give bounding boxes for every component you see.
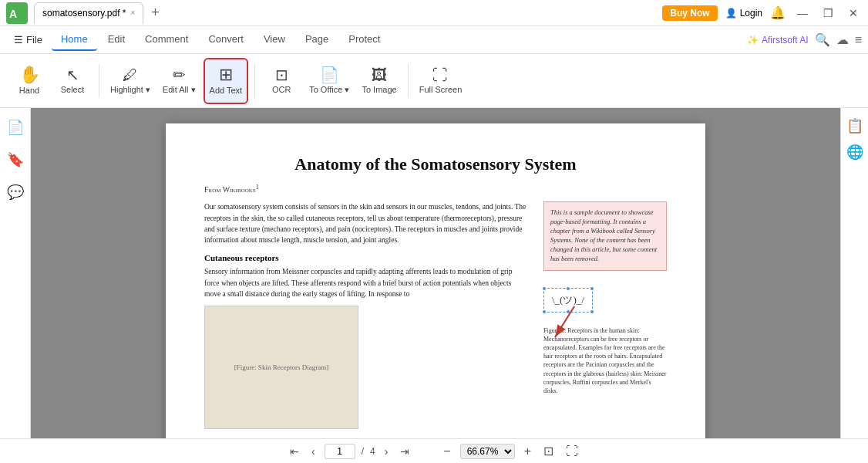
tab-convert[interactable]: Convert: [199, 29, 253, 51]
fullscreen-button[interactable]: ⛶: [563, 443, 581, 460]
emoji-text-container[interactable]: \_(ツ)_/: [543, 283, 593, 317]
page-separator: /: [362, 446, 364, 457]
to-image-tool-button[interactable]: 🖼 To Image: [357, 58, 401, 104]
zoom-out-button[interactable]: −: [440, 443, 453, 460]
file-label: File: [26, 34, 42, 46]
login-button[interactable]: 👤 Login: [725, 8, 762, 19]
hand-tool-button[interactable]: ✋ Hand: [9, 58, 49, 104]
edit-all-tool-button[interactable]: ✏ Edit All ▾: [158, 58, 200, 104]
to-office-label: To Office ▾: [309, 85, 349, 95]
thumbnails-button[interactable]: 📄: [2, 114, 29, 140]
file-menu-button[interactable]: ☰ File: [6, 31, 50, 49]
highlight-label: Highlight ▾: [110, 85, 150, 95]
handle-tr[interactable]: [590, 286, 594, 291]
ai-icon: ✨: [747, 35, 759, 46]
zoom-in-button[interactable]: +: [521, 443, 534, 460]
zoom-select[interactable]: 66.67% 50% 75% 100% 125% 150%: [460, 444, 515, 459]
tab-close-btn[interactable]: ×: [131, 8, 136, 17]
add-text-label: Add Text: [210, 86, 243, 95]
handle-bl[interactable]: [542, 309, 547, 314]
handle-bc[interactable]: [566, 309, 570, 314]
more-options-icon[interactable]: ≡: [855, 33, 862, 47]
tab-filename: somatosensory.pdf *: [42, 8, 126, 19]
page-number-input[interactable]: [325, 444, 355, 459]
edit-all-label: Edit All ▾: [163, 85, 196, 95]
toolbar-separator-1: [99, 64, 99, 98]
ocr-tool-button[interactable]: ⊡ OCR: [261, 58, 301, 104]
add-text-tool-button[interactable]: ⊞ Add Text: [204, 58, 249, 104]
tab-protect[interactable]: Protect: [339, 29, 389, 51]
bottom-bar: ⇤ ‹ / 4 › ⇥ − 66.67% 50% 75% 100% 125% 1…: [0, 438, 868, 463]
handle-tc[interactable]: [566, 286, 570, 291]
tab-comment[interactable]: Comment: [136, 29, 197, 51]
pink-annotation-box: This is a sample document to showcase pa…: [543, 201, 667, 270]
hand-icon: ✋: [19, 66, 40, 83]
to-office-tool-button[interactable]: 📄 To Office ▾: [304, 58, 354, 104]
hand-label: Hand: [19, 86, 39, 95]
pdf-cutaneous-text: Sensory information from Meissner corpus…: [204, 266, 528, 299]
pdf-source: From Wikibooks1: [204, 184, 667, 194]
add-text-icon: ⊞: [219, 66, 233, 83]
emoji-text: \_(ツ)_/: [552, 294, 584, 306]
title-bar: A somatosensory.pdf * × + Buy Now 👤 Logi…: [0, 0, 868, 26]
new-tab-button[interactable]: +: [146, 5, 164, 21]
edit-all-icon: ✏: [173, 67, 186, 83]
pdf-section-cutaneous: Cutaneous receptors: [204, 253, 528, 262]
full-screen-label: Full Screen: [419, 85, 463, 94]
handle-tl[interactable]: [542, 286, 547, 291]
minimize-button[interactable]: —: [793, 7, 812, 19]
emoji-text-box[interactable]: \_(ツ)_/: [543, 288, 593, 313]
right-panel: 📋 🌐: [840, 108, 868, 438]
tab-home[interactable]: Home: [52, 29, 97, 51]
svg-text:A: A: [9, 8, 17, 20]
pdf-column-right: This is a sample document to showcase pa…: [543, 201, 667, 429]
highlight-tool-button[interactable]: 🖊 Highlight ▾: [106, 58, 155, 104]
figure-caption: Figure 1: Receptors in the human skin: M…: [543, 326, 667, 396]
search-button[interactable]: 🔍: [815, 32, 830, 47]
pdf-viewer[interactable]: Anatomy of the Somatosensory System From…: [31, 108, 840, 438]
bookmarks-button[interactable]: 🔖: [2, 147, 29, 173]
highlight-icon: 🖊: [123, 67, 138, 83]
handle-br[interactable]: [590, 309, 594, 314]
prev-page-button[interactable]: ‹: [308, 444, 318, 459]
restore-button[interactable]: ❐: [819, 7, 837, 19]
pdf-tab[interactable]: somatosensory.pdf * ×: [34, 2, 143, 24]
tab-edit[interactable]: Edit: [99, 29, 134, 51]
tab-page[interactable]: Page: [296, 29, 338, 51]
close-button[interactable]: ✕: [845, 7, 862, 19]
app-logo: A: [6, 2, 28, 24]
full-screen-icon: ⛶: [432, 67, 448, 83]
first-page-button[interactable]: ⇤: [287, 444, 302, 459]
to-image-label: To Image: [362, 85, 396, 94]
to-office-icon: 📄: [320, 67, 339, 83]
menu-tabs: Home Edit Comment Convert View Page Prot…: [52, 29, 745, 51]
notification-icon[interactable]: 🔔: [770, 5, 786, 20]
ocr-icon: ⊡: [275, 67, 288, 83]
file-icon: ☰: [14, 34, 23, 46]
select-tool-button[interactable]: ↖ Select: [52, 58, 93, 104]
left-panel: 📄 🔖 💬: [0, 108, 31, 438]
pdf-page: Anatomy of the Somatosensory System From…: [166, 123, 705, 438]
buy-now-button[interactable]: Buy Now: [662, 5, 717, 21]
pdf-intro-text: Our somatosensory system consists of sen…: [204, 201, 528, 245]
tab-view[interactable]: View: [254, 29, 294, 51]
properties-button[interactable]: 📋: [843, 114, 866, 137]
last-page-button[interactable]: ⇥: [397, 444, 412, 459]
fit-page-button[interactable]: ⊡: [540, 442, 557, 460]
login-label: Login: [740, 8, 762, 19]
user-icon: 👤: [725, 8, 737, 19]
cloud-button[interactable]: ☁: [836, 32, 849, 47]
pdf-figure-image: [Figure: Skin Receptors Diagram]: [204, 306, 358, 429]
select-label: Select: [61, 85, 85, 94]
pdf-column-left: Our somatosensory system consists of sen…: [204, 201, 528, 429]
toolbar: ✋ Hand ↖ Select 🖊 Highlight ▾ ✏ Edit All…: [0, 54, 868, 108]
menu-bar: ☰ File Home Edit Comment Convert View Pa…: [0, 26, 868, 54]
translate-button[interactable]: 🌐: [846, 144, 863, 161]
select-icon: ↖: [66, 67, 79, 83]
toolbar-separator-3: [408, 64, 409, 98]
ai-button[interactable]: ✨ Afirstsoft AI: [747, 35, 809, 46]
full-screen-tool-button[interactable]: ⛶ Full Screen: [415, 58, 467, 104]
comments-button[interactable]: 💬: [2, 179, 29, 205]
next-page-button[interactable]: ›: [382, 444, 392, 459]
pdf-title: Anatomy of the Somatosensory System: [204, 154, 667, 174]
